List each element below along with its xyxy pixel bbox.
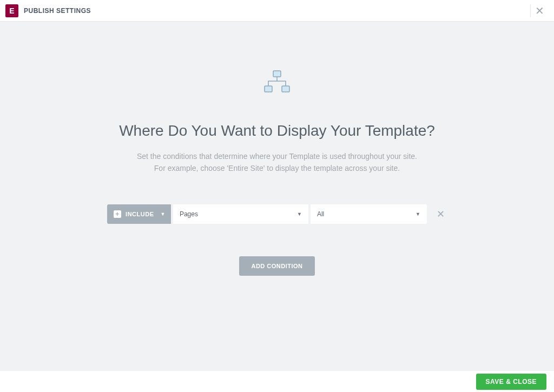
logo-letter: E <box>9 6 14 15</box>
target-value: All <box>317 210 324 218</box>
condition-target-select[interactable]: All ▼ <box>311 204 427 224</box>
elementor-logo: E <box>5 4 18 17</box>
modal-title: PUBLISH SETTINGS <box>24 7 91 15</box>
modal-header: E PUBLISH SETTINGS ✕ <box>0 0 554 22</box>
sitemap-icon <box>263 70 291 95</box>
header-left: E PUBLISH SETTINGS <box>5 4 91 17</box>
condition-scope-select[interactable]: Pages ▼ <box>173 204 308 224</box>
page-heading: Where Do You Want to Display Your Templa… <box>119 122 435 139</box>
close-button[interactable]: ✕ <box>530 4 549 17</box>
chevron-down-icon: ▼ <box>297 211 302 217</box>
include-label: INCLUDE <box>126 211 154 217</box>
svg-rect-1 <box>265 86 272 92</box>
remove-condition-button[interactable]: ✕ <box>434 206 447 222</box>
modal-footer: SAVE & CLOSE <box>0 370 554 392</box>
save-close-button[interactable]: SAVE & CLOSE <box>476 374 546 390</box>
subtitle-line1: Set the conditions that determine where … <box>137 150 417 162</box>
chevron-down-icon: ▼ <box>416 211 420 217</box>
svg-rect-2 <box>282 86 289 92</box>
svg-rect-0 <box>273 71 281 77</box>
main-content: Where Do You Want to Display Your Templa… <box>0 22 554 370</box>
condition-row: + INCLUDE ▼ Pages ▼ All ▼ ✕ <box>107 204 447 224</box>
page-subtitle: Set the conditions that determine where … <box>137 150 417 175</box>
include-toggle[interactable]: + INCLUDE ▼ <box>107 204 171 224</box>
close-icon: ✕ <box>535 4 544 17</box>
subtitle-line2: For example, choose 'Entire Site' to dis… <box>137 162 417 174</box>
plus-icon: + <box>114 210 121 218</box>
scope-value: Pages <box>180 210 198 218</box>
chevron-down-icon: ▼ <box>160 211 165 217</box>
add-condition-button[interactable]: ADD CONDITION <box>239 256 314 276</box>
close-icon: ✕ <box>437 209 445 220</box>
